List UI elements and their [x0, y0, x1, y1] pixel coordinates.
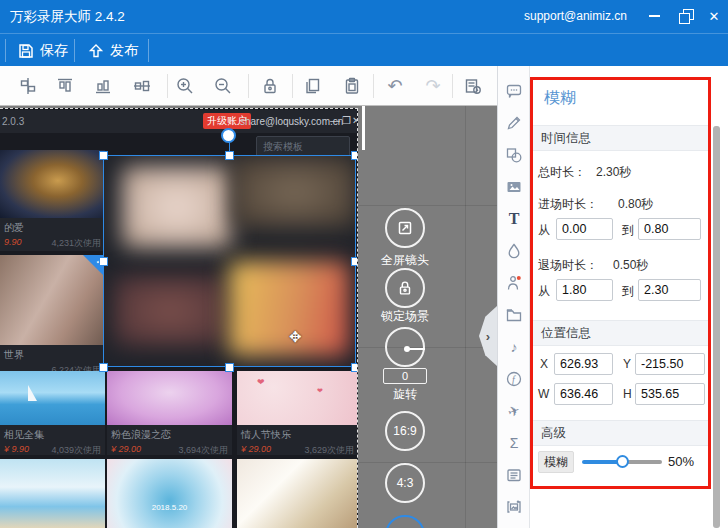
- exit-from-input[interactable]: [556, 279, 613, 301]
- x-label: X: [540, 357, 548, 371]
- resize-handle-ne[interactable]: [351, 151, 358, 160]
- card-title: 世界: [0, 345, 105, 362]
- resize-handle-n[interactable]: [225, 151, 234, 160]
- entrance-from-input[interactable]: [556, 218, 613, 240]
- align-vertical-center-button[interactable]: [16, 74, 40, 98]
- scene-image-tool-button[interactable]: [502, 495, 526, 519]
- separator: [292, 74, 293, 98]
- annotation-tool-button[interactable]: [502, 111, 526, 135]
- card-thumbnail: 2018.5.20: [107, 459, 232, 528]
- lock-button[interactable]: [258, 74, 282, 98]
- save-button[interactable]: 保存: [6, 34, 80, 67]
- resize-handle-se[interactable]: [351, 363, 358, 372]
- h-input[interactable]: [635, 383, 705, 405]
- minimize-icon: [649, 15, 660, 17]
- zoom-in-button[interactable]: [173, 74, 197, 98]
- callout-icon: [505, 82, 523, 100]
- history-button[interactable]: [461, 74, 485, 98]
- restore-button[interactable]: [678, 8, 694, 24]
- card-thumbnail: [107, 371, 232, 425]
- resize-handle-s[interactable]: [225, 363, 234, 372]
- formula-tool-button[interactable]: Σ: [502, 431, 526, 455]
- ratio-4-3-button[interactable]: 4:3: [385, 463, 425, 503]
- character-tool-button[interactable]: [502, 271, 526, 295]
- card-uses: 3,694次使用: [178, 444, 228, 455]
- card-title: 相见全集: [0, 425, 105, 442]
- separator: [167, 74, 168, 98]
- zoom-out-button[interactable]: [211, 74, 235, 98]
- blurred-content: [232, 156, 356, 228]
- align-bottom-button[interactable]: [91, 74, 115, 98]
- music-tool-button[interactable]: ♪: [502, 335, 526, 359]
- effect-tool-button[interactable]: f: [502, 367, 526, 391]
- ratio-other-button[interactable]: [385, 515, 425, 528]
- close-icon: ✕: [709, 10, 720, 23]
- template-card: ❤ ❤ 情人节快乐 ¥ 29.003,629次使用: [237, 371, 358, 455]
- resize-handle-sw[interactable]: [99, 363, 108, 372]
- exit-to-input[interactable]: [638, 279, 701, 301]
- card-title: 情人节快乐: [237, 425, 358, 442]
- align-top-button[interactable]: [53, 74, 77, 98]
- text-tool-button[interactable]: T: [502, 207, 526, 231]
- sailboat: [28, 385, 37, 401]
- w-label: W: [538, 387, 549, 401]
- animation-tool-button[interactable]: ✈: [502, 399, 526, 423]
- w-input[interactable]: [554, 383, 613, 405]
- callout-tool-button[interactable]: [502, 79, 526, 103]
- card-title: 的爱: [0, 218, 105, 235]
- redo-icon: ↷: [425, 77, 440, 95]
- lock-scene-button[interactable]: [385, 268, 425, 308]
- panel-expand-tab[interactable]: ›: [479, 306, 497, 366]
- edit-toolbar: ↶ ↷: [0, 66, 497, 106]
- fullscreen-icon: [395, 218, 415, 238]
- blurred-content: [122, 166, 232, 248]
- copy-button[interactable]: [301, 74, 325, 98]
- rotation-handle[interactable]: [221, 128, 236, 143]
- resize-handle-e[interactable]: [351, 257, 358, 266]
- grid-line: [358, 462, 497, 463]
- blurred-content: [114, 276, 226, 346]
- entrance-to-input[interactable]: [638, 218, 701, 240]
- paste-icon: [342, 76, 362, 96]
- total-duration-value: 2.30秒: [596, 164, 631, 181]
- template-card: 相见全集 ¥ 9.904,039次使用: [0, 371, 105, 455]
- rotation-value-box[interactable]: 0: [383, 368, 427, 384]
- x-input[interactable]: [554, 353, 613, 375]
- subtitle-tool-button[interactable]: [502, 463, 526, 487]
- support-email-link[interactable]: support@animiz.cn: [524, 9, 627, 23]
- ratio-16-9-button[interactable]: 16:9: [385, 411, 425, 451]
- blur-button[interactable]: 模糊: [538, 451, 574, 473]
- resize-handle-nw[interactable]: [99, 151, 108, 160]
- exit-duration-value: 0.50秒: [613, 257, 648, 274]
- blur-tool-button[interactable]: [502, 239, 526, 263]
- y-input[interactable]: [635, 353, 705, 375]
- panel-title: 模糊: [544, 88, 576, 109]
- blur-element[interactable]: ✥: [103, 155, 356, 367]
- shapes-tool-button[interactable]: [502, 143, 526, 167]
- scene-canvas[interactable]: 2.0.3 升级账户 share@loqusky.com.cn — ❐ ✕ 的爱…: [0, 108, 358, 528]
- undo-button[interactable]: ↶: [383, 74, 407, 98]
- blur-slider-thumb[interactable]: [616, 455, 629, 468]
- grid-line: [358, 205, 497, 206]
- publish-button[interactable]: 发布: [76, 34, 150, 67]
- resize-handle-w[interactable]: [99, 257, 108, 266]
- blur-slider-track[interactable]: [582, 460, 662, 464]
- redo-button[interactable]: ↷: [421, 74, 445, 98]
- folder-icon: [505, 306, 523, 324]
- paste-button[interactable]: [340, 74, 364, 98]
- align-horizontal-center-button[interactable]: [130, 74, 154, 98]
- template-card: 粉色浪漫之恋 ¥ 29.003,694次使用: [107, 371, 232, 455]
- music-note-icon: ♪: [511, 340, 518, 354]
- separator: [74, 39, 75, 62]
- card-price: ¥ 29.00: [241, 444, 271, 455]
- fullscreen-camera-button[interactable]: [385, 208, 425, 248]
- rotation-dial[interactable]: [385, 327, 425, 367]
- folder-tool-button[interactable]: [502, 303, 526, 327]
- svg-text:f: f: [512, 374, 516, 385]
- image-tool-button[interactable]: [502, 175, 526, 199]
- close-button[interactable]: ✕: [706, 8, 722, 24]
- from-label: 从: [538, 283, 550, 300]
- align-bottom-icon: [93, 76, 113, 96]
- panel-scrollbar[interactable]: [713, 126, 720, 528]
- minimize-button[interactable]: [646, 8, 662, 24]
